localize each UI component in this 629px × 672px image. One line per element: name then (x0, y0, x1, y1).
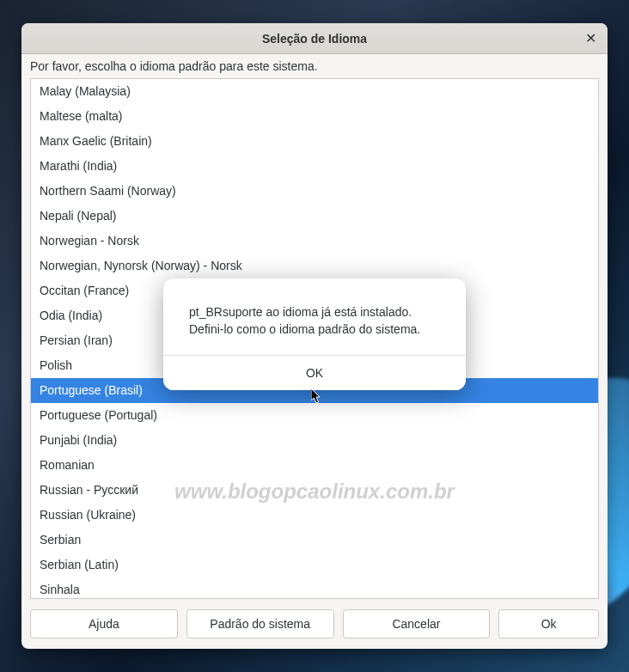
list-item[interactable]: Marathi (India) (31, 154, 598, 179)
list-item[interactable]: Maltese (malta) (31, 104, 598, 129)
modal-message: pt_BRsuporte ao idioma já está instalado… (163, 278, 466, 355)
modal-ok-button[interactable]: OK (163, 356, 466, 390)
button-bar: Ajuda Padrão do sistema Cancelar Ok (21, 599, 608, 649)
list-item[interactable]: Sinhala (31, 577, 598, 599)
list-item[interactable]: Serbian (Latin) (31, 553, 598, 577)
list-item[interactable]: Norwegian, Nynorsk (Norway) - Norsk (31, 254, 598, 278)
confirmation-modal: pt_BRsuporte ao idioma já está instalado… (163, 278, 466, 390)
modal-text-line1: pt_BRsuporte ao idioma já está instalado… (189, 304, 440, 321)
list-item[interactable]: Romanian (31, 453, 598, 478)
close-icon: ✕ (585, 30, 596, 46)
list-item[interactable]: Malay (Malaysia) (31, 79, 598, 104)
instruction-text: Por favor, escolha o idioma padrão para … (21, 54, 608, 78)
titlebar: Seleção de Idioma ✕ (21, 23, 608, 54)
system-default-button[interactable]: Padrão do sistema (186, 609, 334, 638)
dialog-title: Seleção de Idioma (262, 32, 367, 46)
list-item[interactable]: Nepali (Nepal) (31, 204, 598, 229)
modal-text-line2: Defini-lo como o idioma padrão do sistem… (189, 321, 440, 339)
help-button[interactable]: Ajuda (30, 609, 178, 638)
list-item[interactable]: Portuguese (Portugal) (31, 403, 598, 428)
list-item[interactable]: Punjabi (India) (31, 428, 598, 453)
list-item[interactable]: Serbian (31, 528, 598, 553)
close-button[interactable]: ✕ (580, 28, 601, 49)
list-item[interactable]: Norwegian - Norsk (31, 229, 598, 254)
cancel-button[interactable]: Cancelar (343, 609, 491, 638)
list-item[interactable]: Northern Saami (Norway) (31, 179, 598, 204)
list-item[interactable]: Manx Gaelic (Britain) (31, 129, 598, 154)
ok-button[interactable]: Ok (498, 609, 599, 638)
list-item[interactable]: Russian (Ukraine) (31, 503, 598, 528)
list-item[interactable]: Russian - Русский (31, 478, 598, 503)
modal-button-bar: OK (163, 355, 466, 390)
